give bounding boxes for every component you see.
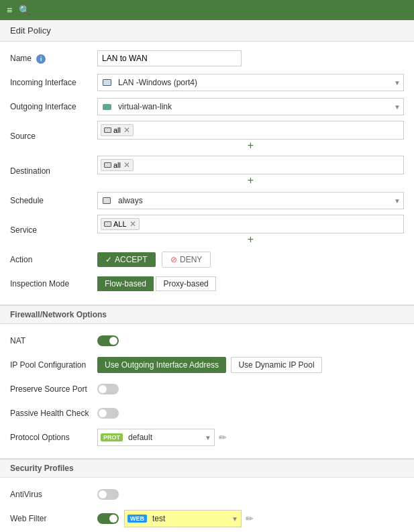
preserve-source-control <box>97 384 404 394</box>
chevron-down-icon: ▼ <box>231 515 238 523</box>
web-filter-control: WEB test ▼ ✏ <box>97 510 404 527</box>
action-control: ✓ ACCEPT ⊘ DENY <box>97 252 404 268</box>
web-filter-row: Web Filter WEB test ▼ ✏ <box>10 509 404 529</box>
incoming-interface-row: Incoming Interface LAN -Windows (port4) … <box>10 72 404 93</box>
protocol-row: Protocol Options PROT default ▼ ✏ <box>10 427 404 447</box>
inspection-mode-control: Flow-based Proxy-based <box>97 276 404 291</box>
passive-health-control <box>97 408 404 419</box>
source-tag: all ✕ <box>101 124 134 136</box>
preserve-source-label: Preserve Source Port <box>10 384 97 394</box>
inspection-mode-label: Inspection Mode <box>10 279 97 288</box>
nat-row: NAT <box>10 331 404 351</box>
page-title-text: Edit Policy <box>10 25 51 36</box>
deny-button[interactable]: ⊘ DENY <box>162 252 211 268</box>
service-label: Service <box>10 225 97 235</box>
source-control: all ✕ + <box>97 121 404 152</box>
incoming-interface-label: Incoming Interface <box>10 78 97 87</box>
passive-health-row: Passive Health Check <box>10 403 404 423</box>
source-row: Source all ✕ + <box>10 121 404 152</box>
destination-label: Destination <box>10 166 97 176</box>
incoming-interface-control: LAN -Windows (port4) ▼ <box>97 74 404 91</box>
incoming-interface-select[interactable]: LAN -Windows (port4) ▼ <box>97 74 404 91</box>
ip-pool-control: Use Outgoing Interface Address Use Dynam… <box>97 357 404 373</box>
nat-toggle[interactable] <box>97 335 119 346</box>
top-bar: ≡ 🔍 <box>0 0 414 20</box>
menu-icon[interactable]: ≡ <box>7 5 12 15</box>
protocol-select[interactable]: PROT default ▼ <box>97 429 215 446</box>
antivirus-toggle[interactable] <box>97 489 119 500</box>
schedule-select[interactable]: always ▼ <box>97 192 404 209</box>
prot-badge: PROT <box>101 433 123 441</box>
name-row: Name i <box>10 48 404 68</box>
calendar-icon <box>101 195 113 207</box>
outgoing-interface-control: virtual-wan-link ▼ <box>97 98 404 115</box>
destination-tag-remove[interactable]: ✕ <box>123 160 130 170</box>
source-tag-remove[interactable]: ✕ <box>123 125 130 135</box>
service-tag-box[interactable]: ALL ✕ <box>97 215 404 233</box>
monitor-icon <box>101 76 113 89</box>
preserve-source-toggle[interactable] <box>97 384 119 394</box>
security-profiles-header: Security Profiles <box>0 459 414 478</box>
firewall-network-header: Firewall/Network Options <box>0 305 414 324</box>
destination-add-button[interactable]: + <box>97 174 404 187</box>
source-label: Source <box>10 131 97 141</box>
service-add-button[interactable]: + <box>97 233 404 246</box>
service-tag: ALL ✕ <box>101 218 140 230</box>
outgoing-interface-select[interactable]: virtual-wan-link ▼ <box>97 98 404 115</box>
main-form: Name i Incoming Interface LAN -Windows (… <box>0 42 414 305</box>
checkmark-icon: ✓ <box>105 255 112 264</box>
proxy-based-button[interactable]: Proxy-based <box>156 276 215 291</box>
action-row: Action ✓ ACCEPT ⊘ DENY <box>10 250 404 270</box>
firewall-network-section: NAT IP Pool Configuration Use Outgoing I… <box>0 324 414 459</box>
antivirus-row: AntiVirus <box>10 484 404 504</box>
source-tag-box[interactable]: all ✕ <box>97 121 404 140</box>
link-icon <box>101 101 113 113</box>
inspection-mode-row: Inspection Mode Flow-based Proxy-based <box>10 274 404 294</box>
destination-row: Destination all ✕ + <box>10 156 404 187</box>
chevron-down-icon: ▼ <box>394 197 401 205</box>
web-filter-edit-icon[interactable]: ✏ <box>246 513 254 524</box>
security-profiles-section: AntiVirus Web Filter WEB <box>0 478 414 532</box>
antivirus-control <box>97 489 404 500</box>
service-tag-remove[interactable]: ✕ <box>130 219 136 229</box>
passive-health-toggle[interactable] <box>97 408 119 419</box>
web-badge: WEB <box>127 515 147 523</box>
name-label: Name i <box>10 54 97 64</box>
flow-based-button[interactable]: Flow-based <box>97 276 154 291</box>
antivirus-label: AntiVirus <box>10 490 97 499</box>
name-input[interactable] <box>97 50 242 66</box>
page-title: Edit Policy <box>0 20 414 42</box>
schedule-control: always ▼ <box>97 192 404 209</box>
passive-health-label: Passive Health Check <box>10 409 97 418</box>
ip-pool-label: IP Pool Configuration <box>10 360 97 370</box>
schedule-row: Schedule always ▼ <box>10 191 404 211</box>
ip-pool-row: IP Pool Configuration Use Outgoing Inter… <box>10 355 404 375</box>
nat-control <box>97 335 404 346</box>
nat-label: NAT <box>10 336 97 345</box>
accept-button[interactable]: ✓ ACCEPT <box>97 252 156 267</box>
info-icon: i <box>36 54 46 64</box>
deny-icon: ⊘ <box>170 255 177 264</box>
use-outgoing-button[interactable]: Use Outgoing Interface Address <box>97 357 226 373</box>
use-dynamic-button[interactable]: Use Dynamic IP Pool <box>231 357 321 373</box>
protocol-control: PROT default ▼ ✏ <box>97 429 404 446</box>
chevron-down-icon: ▼ <box>205 434 211 441</box>
chevron-down-icon: ▼ <box>394 103 401 111</box>
action-label: Action <box>10 255 97 264</box>
web-filter-label: Web Filter <box>10 514 97 523</box>
destination-control: all ✕ + <box>97 156 404 187</box>
destination-tag-box[interactable]: all ✕ <box>97 156 404 174</box>
schedule-label: Schedule <box>10 196 97 205</box>
outgoing-interface-row: Outgoing Interface virtual-wan-link ▼ <box>10 97 404 117</box>
chevron-down-icon: ▼ <box>394 79 401 87</box>
preserve-source-row: Preserve Source Port <box>10 379 404 399</box>
web-filter-select[interactable]: WEB test ▼ <box>124 510 242 527</box>
web-filter-toggle[interactable] <box>97 513 119 524</box>
name-control <box>97 50 404 66</box>
service-row: Service ALL ✕ + <box>10 215 404 246</box>
source-add-button[interactable]: + <box>97 140 404 152</box>
search-icon[interactable]: 🔍 <box>19 5 30 15</box>
service-control: ALL ✕ + <box>97 215 404 246</box>
protocol-edit-icon[interactable]: ✏ <box>219 432 227 443</box>
destination-tag: all ✕ <box>101 159 134 171</box>
